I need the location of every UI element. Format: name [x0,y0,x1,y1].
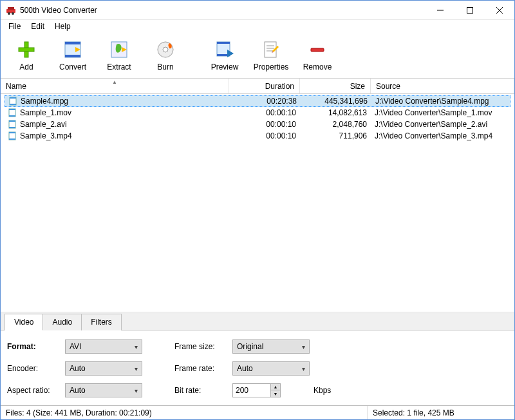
file-icon [8,120,17,129]
file-list[interactable]: Sample4.mpg00:20:38445,341,696J:\Video C… [1,94,514,312]
bitrate-unit: Kbps [310,386,508,395]
column-label: Source [376,82,400,91]
list-header: Name ▲ Duration Size Source [1,79,514,94]
toolbar-label: Properties [254,62,289,72]
file-icon [9,97,18,106]
burn-icon [155,39,176,60]
format-select[interactable]: AVI ▾ [65,339,142,354]
status-left: Files: 4 (Size: 441 MB, Duration: 00:21:… [1,406,368,419]
remove-button[interactable]: Remove [294,37,341,74]
convert-button[interactable]: Convert [50,37,96,74]
status-right: Selected: 1 file, 425 MB [368,406,514,419]
svg-rect-11 [65,42,80,44]
table-row[interactable]: Sample4.mpg00:20:38445,341,696J:\Video C… [5,95,510,107]
file-source: J:\Video Converter\Sample4.mpg [371,97,510,106]
column-size[interactable]: Size [300,79,371,93]
svg-rect-33 [9,109,15,110]
encoder-select[interactable]: Auto ▾ [65,361,142,376]
svg-rect-31 [10,104,16,105]
tab-video[interactable]: Video [5,314,43,330]
svg-rect-9 [19,48,34,52]
file-size: 711,906 [300,131,371,140]
toolbar-label: Extract [107,62,131,72]
spin-down-icon[interactable]: ▼ [271,390,280,397]
spin-up-icon[interactable]: ▲ [271,384,280,390]
column-label: Name [6,82,26,91]
column-source[interactable]: Source [371,79,514,93]
file-source: J:\Video Converter\Sample_2.avi [371,120,510,129]
file-name: Sample4.mpg [21,97,68,106]
format-value: AVI [70,342,81,351]
menu-file[interactable]: File [3,21,26,32]
menu-help[interactable]: Help [50,21,76,32]
svg-rect-39 [9,132,15,133]
svg-point-17 [163,47,168,52]
file-duration: 00:00:10 [229,131,300,140]
bitrate-spinner[interactable]: ▲ ▼ [232,383,310,397]
framesize-label: Frame size: [174,342,232,351]
tab-filters[interactable]: Filters [81,314,122,330]
encoder-value: Auto [70,364,86,373]
file-icon [8,108,17,117]
column-label: Duration [265,82,294,91]
file-duration: 00:00:10 [229,108,300,117]
svg-rect-30 [10,97,16,99]
window-title: 500th Video Converter [20,6,97,15]
framesize-select[interactable]: Original ▾ [232,339,310,354]
file-size: 2,048,760 [300,120,371,129]
tab-audio[interactable]: Audio [42,314,82,330]
toolbar-label: Burn [157,62,173,72]
svg-rect-1 [8,7,14,10]
toolbar-label: Convert [59,62,86,72]
bitrate-input[interactable] [232,383,271,397]
column-duration[interactable]: Duration [229,79,300,93]
menu-edit[interactable]: Edit [26,21,50,32]
aspect-select[interactable]: Auto ▾ [65,383,142,397]
extract-icon [109,39,129,60]
chevron-down-icon: ▾ [135,387,138,394]
svg-rect-19 [217,42,230,44]
file-duration: 00:00:10 [229,120,300,129]
minimize-button[interactable] [426,1,455,20]
remove-icon [307,39,328,60]
maximize-button[interactable] [455,1,485,20]
svg-marker-21 [227,50,234,57]
svg-point-3 [12,12,14,15]
toolbar-label: Remove [303,62,332,72]
chevron-down-icon: ▾ [135,365,138,372]
sort-indicator-icon: ▲ [112,79,117,85]
svg-rect-40 [9,138,15,140]
toolbar-label: Preview [211,62,239,72]
titlebar: 500th Video Converter [1,1,514,20]
table-row[interactable]: Sample_1.mov00:00:1014,082,613J:\Video C… [5,107,510,119]
svg-point-2 [8,12,10,15]
file-name: Sample_2.avi [20,120,67,129]
burn-button[interactable]: Burn [142,37,189,74]
convert-icon [62,39,83,60]
toolbar-label: Add [19,62,33,72]
encoder-label: Encoder: [7,364,65,373]
framesize-value: Original [237,342,263,351]
framerate-label: Frame rate: [174,364,232,373]
svg-rect-37 [9,127,15,128]
add-button[interactable]: Add [3,37,50,74]
column-name[interactable]: Name ▲ [1,79,229,93]
chevron-down-icon: ▾ [302,343,305,350]
extract-button[interactable]: Extract [96,37,142,74]
svg-rect-5 [467,7,473,13]
properties-button[interactable]: Properties [248,37,294,74]
file-size: 14,082,613 [300,108,371,117]
chevron-down-icon: ▾ [135,343,138,350]
table-row[interactable]: Sample_3.mp400:00:10711,906J:\Video Conv… [5,130,510,142]
preview-button[interactable]: Preview [201,37,248,74]
format-label: Format: [7,342,65,351]
framerate-value: Auto [237,364,253,373]
framerate-select[interactable]: Auto ▾ [232,361,310,376]
column-label: Size [350,82,365,91]
table-row[interactable]: Sample_2.avi00:00:102,048,760J:\Video Co… [5,119,510,130]
svg-rect-36 [9,120,15,122]
close-button[interactable] [485,1,514,20]
file-size: 445,341,696 [301,97,371,106]
file-name: Sample_1.mov [20,108,71,117]
file-source: J:\Video Converter\Sample_1.mov [371,108,510,117]
